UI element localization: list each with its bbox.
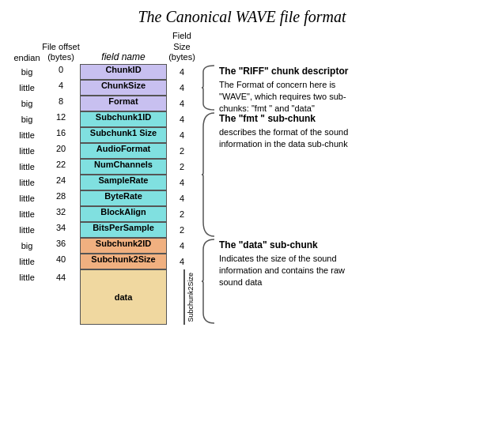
size-data-row: Subchunk2Size <box>168 269 196 325</box>
offset-22: 22 <box>56 159 66 175</box>
endian-header: endian <box>13 32 40 64</box>
desc-header-spacer <box>200 32 357 64</box>
field-data: data <box>80 269 167 325</box>
size-2-10: 2 <box>180 222 184 238</box>
fmt-title: The "fmt " sub-chunk <box>219 113 357 124</box>
riff-title: The "RIFF" chunk descriptor <box>219 66 357 77</box>
brace-desc-column: The "RIFF" chunk descriptor The Format o… <box>200 32 357 325</box>
field-header: field name <box>101 32 145 64</box>
field-subchunk2size: Subchunk2Size <box>80 254 167 269</box>
page-title: The Canonical WAVE file format <box>8 8 476 26</box>
riff-description: The "RIFF" chunk descriptor The Format o… <box>219 64 357 111</box>
size-4-3: 4 <box>180 111 184 127</box>
field-numchannels: NumChannels <box>80 159 167 175</box>
offset-header: File offset (bytes) <box>42 32 80 64</box>
riff-brace-icon <box>200 64 216 111</box>
field-subchunk1size: Subchunk1 Size <box>80 127 167 143</box>
offset-0: 0 <box>59 64 63 80</box>
endian-little-12: little <box>19 254 35 269</box>
field-column: field name ChunkID ChunkSize Format Subc… <box>80 32 167 325</box>
endian-little-9: little <box>19 206 35 222</box>
subchunk2size-brace: Subchunk2Size <box>183 269 196 325</box>
offset-16: 16 <box>56 127 66 143</box>
subchunk2size-label: Subchunk2Size <box>185 273 196 322</box>
offset-12: 12 <box>56 111 66 127</box>
offset-36: 36 <box>56 238 66 254</box>
size-4-4: 4 <box>180 127 184 143</box>
field-subchunk1id: Subchunk1ID <box>80 111 167 127</box>
field-byterate: ByteRate <box>80 190 167 206</box>
size-2-9: 2 <box>180 206 184 222</box>
offset-44: 44 <box>56 269 66 325</box>
endian-column: endian big little big big little little … <box>12 32 42 325</box>
size-2-5: 2 <box>180 143 184 159</box>
field-audioformat: AudioFormat <box>80 143 167 159</box>
endian-little-13: little <box>19 269 35 325</box>
data-section: The "data" sub-chunk Indicates the size … <box>200 238 357 325</box>
field-blockalign: BlockAlign <box>80 206 167 222</box>
size-4-2: 4 <box>180 96 184 111</box>
endian-little-7: little <box>19 175 35 190</box>
endian-little-8: little <box>19 190 35 206</box>
size-column: Field Size (bytes) 4 4 4 4 4 2 2 4 4 2 2… <box>167 32 197 325</box>
endian-little-6: little <box>19 159 35 175</box>
size-4-12: 4 <box>180 254 184 269</box>
offset-40: 40 <box>56 254 66 269</box>
riff-section: The "RIFF" chunk descriptor The Format o… <box>200 64 357 111</box>
endian-little-10: little <box>19 222 35 238</box>
size-data-arrow <box>168 269 183 325</box>
endian-little-5: little <box>19 143 35 159</box>
offset-column: File offset (bytes) 0 4 8 12 16 20 22 24… <box>42 32 80 325</box>
riff-text: The Format of concern here is "WAVE", wh… <box>219 79 357 115</box>
offset-4: 4 <box>59 80 63 96</box>
field-chunksize: ChunkSize <box>80 80 167 96</box>
endian-little-4: little <box>19 127 35 143</box>
size-4-1: 4 <box>180 80 184 96</box>
field-format: Format <box>80 96 167 111</box>
offset-34: 34 <box>56 222 66 238</box>
endian-big-2: big <box>21 96 33 111</box>
size-2-6: 2 <box>180 159 184 175</box>
offset-28: 28 <box>56 190 66 206</box>
size-4-11: 4 <box>180 238 184 254</box>
endian-big-11: big <box>21 238 33 254</box>
size-4-7: 4 <box>180 175 184 190</box>
fmt-text: describes the format of the sound inform… <box>219 126 357 150</box>
endian-little-1: little <box>19 80 35 96</box>
offset-24: 24 <box>56 175 66 190</box>
size-header: Field Size (bytes) <box>167 32 197 64</box>
size-4-0: 4 <box>180 64 184 80</box>
size-4-8: 4 <box>180 190 184 206</box>
endian-big-0: big <box>21 64 33 80</box>
field-chunkid: ChunkID <box>80 64 167 80</box>
endian-big-3: big <box>21 111 33 127</box>
field-samplerate: SampleRate <box>80 175 167 190</box>
offset-8: 8 <box>59 96 63 111</box>
offset-32: 32 <box>56 206 66 222</box>
fmt-section: The "fmt " sub-chunk describes the forma… <box>200 111 357 238</box>
fmt-brace-icon <box>200 111 216 238</box>
field-bitspersample: BitsPerSample <box>80 222 167 238</box>
data-description: The "data" sub-chunk Indicates the size … <box>219 238 357 325</box>
offset-20: 20 <box>56 143 66 159</box>
data-title: The "data" sub-chunk <box>219 239 357 250</box>
field-subchunk2id: Subchunk2ID <box>80 238 167 254</box>
data-text: Indicates the size of the sound informat… <box>219 253 357 288</box>
data-brace-icon <box>200 238 216 325</box>
fmt-description: The "fmt " sub-chunk describes the forma… <box>219 111 357 238</box>
